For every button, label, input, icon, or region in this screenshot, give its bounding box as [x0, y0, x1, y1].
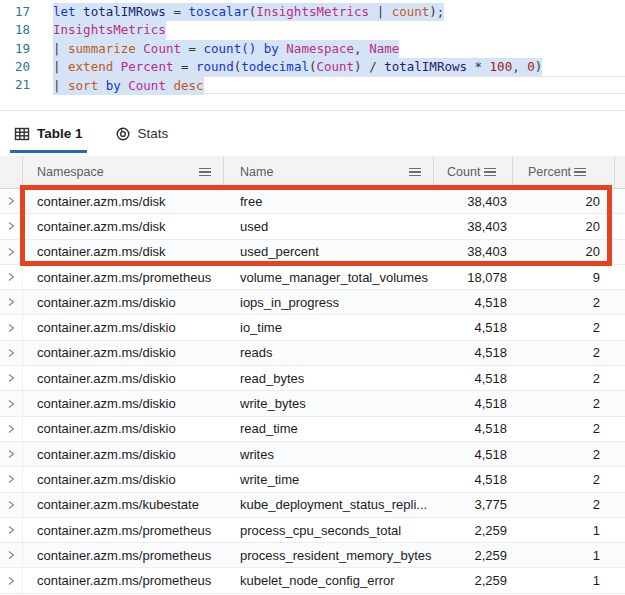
name-cell: read_bytes — [224, 371, 434, 386]
namespace-column-menu-icon[interactable] — [199, 166, 211, 179]
table-row[interactable]: container.azm.ms/kubestatekube_deploymen… — [0, 493, 625, 518]
chevron-right-icon[interactable] — [0, 518, 23, 542]
percent-cell: 20 — [513, 219, 615, 234]
name-cell: io_time — [224, 320, 434, 335]
count-cell: 38,403 — [434, 219, 513, 234]
results-tab-bar: Table 1 Stats — [0, 111, 625, 156]
column-header-percent-label: Percent — [528, 165, 571, 179]
code-text[interactable]: | summarize Count = count() by Namespace… — [53, 40, 625, 58]
donut-chart-icon — [115, 126, 131, 142]
line-number: 21 — [0, 76, 30, 94]
chevron-right-icon[interactable] — [0, 543, 23, 567]
table-row[interactable]: container.azm.ms/prometheusvolume_manage… — [0, 265, 625, 290]
tab-stats[interactable]: Stats — [113, 111, 171, 156]
chevron-right-icon[interactable] — [0, 493, 23, 517]
column-header-namespace[interactable]: Namespace — [23, 156, 224, 188]
table-row[interactable]: container.azm.ms/prometheusprocess_cpu_s… — [0, 518, 625, 543]
grid-header-row: Namespace Name Count Percent — [0, 156, 625, 189]
code-text[interactable]: | extend Percent = round(todecimal(Count… — [53, 58, 625, 76]
chevron-right-icon[interactable] — [0, 366, 23, 390]
count-column-menu-icon[interactable] — [484, 166, 496, 179]
chevron-right-icon[interactable] — [0, 265, 23, 289]
namespace-cell: container.azm.ms/prometheus — [23, 548, 224, 563]
name-cell: kube_deployment_status_repli... — [224, 497, 434, 512]
code-line-21[interactable]: 21| sort by Count desc — [0, 76, 625, 94]
chevron-right-icon[interactable] — [0, 214, 23, 238]
table-row[interactable]: container.azm.ms/diskiowrite_time4,5182 — [0, 467, 625, 492]
namespace-cell: container.azm.ms/prometheus — [23, 270, 224, 285]
name-cell: writes — [224, 447, 434, 462]
percent-cell: 9 — [513, 270, 615, 285]
percent-cell: 1 — [513, 548, 615, 563]
table-row[interactable]: container.azm.ms/diskiowrites4,5182 — [0, 442, 625, 467]
results-grid: Namespace Name Count Percent container.a… — [0, 156, 625, 594]
code-line-19[interactable]: 19| summarize Count = count() by Namespa… — [0, 40, 625, 58]
name-cell: process_cpu_seconds_total — [224, 523, 434, 538]
table-row[interactable]: container.azm.ms/diskioread_time4,5182 — [0, 417, 625, 442]
name-cell: write_time — [224, 472, 434, 487]
code-text[interactable]: | sort by Count desc — [53, 76, 625, 94]
column-header-name-label: Name — [240, 165, 273, 179]
namespace-cell: container.azm.ms/diskio — [23, 421, 224, 436]
chevron-right-icon[interactable] — [0, 240, 23, 264]
chevron-right-icon[interactable] — [0, 315, 23, 339]
percent-cell: 2 — [513, 295, 615, 310]
table-row[interactable]: container.azm.ms/diskioiops_in_progress4… — [0, 290, 625, 315]
name-cell: kubelet_node_config_error — [224, 573, 434, 588]
code-line-17[interactable]: 17let totalIMRows = toscalar(InsightsMet… — [0, 3, 625, 21]
count-cell: 3,775 — [434, 497, 513, 512]
namespace-cell: container.azm.ms/diskio — [23, 371, 224, 386]
name-cell: used_percent — [224, 244, 434, 259]
namespace-cell: container.azm.ms/prometheus — [23, 573, 224, 588]
table-row[interactable]: container.azm.ms/diskioread_bytes4,5182 — [0, 366, 625, 391]
count-cell: 4,518 — [434, 295, 513, 310]
chevron-right-icon[interactable] — [0, 290, 23, 314]
name-cell: iops_in_progress — [224, 295, 434, 310]
chevron-right-icon[interactable] — [0, 568, 23, 592]
count-cell: 38,403 — [434, 244, 513, 259]
column-header-percent[interactable]: Percent — [513, 156, 615, 188]
percent-cell: 2 — [513, 396, 615, 411]
tab-stats-label: Stats — [138, 126, 169, 141]
count-cell: 4,518 — [434, 371, 513, 386]
header-spacer — [615, 156, 625, 188]
name-column-menu-icon[interactable] — [409, 166, 421, 179]
name-cell: process_resident_memory_bytes — [224, 548, 434, 563]
chevron-right-icon[interactable] — [0, 189, 23, 213]
table-row[interactable]: container.azm.ms/diskioio_time4,5182 — [0, 315, 625, 340]
code-line-18[interactable]: 18InsightsMetrics — [0, 21, 625, 39]
column-header-name[interactable]: Name — [224, 156, 434, 188]
name-cell: write_bytes — [224, 396, 434, 411]
table-row[interactable]: container.azm.ms/diskused38,40320 — [0, 214, 625, 239]
chevron-right-icon[interactable] — [0, 391, 23, 415]
count-cell: 4,518 — [434, 396, 513, 411]
column-header-count[interactable]: Count — [434, 156, 513, 188]
tab-table-1[interactable]: Table 1 — [12, 111, 85, 156]
namespace-cell: container.azm.ms/disk — [23, 244, 224, 259]
count-cell: 4,518 — [434, 447, 513, 462]
tab-table-1-label: Table 1 — [37, 126, 83, 141]
namespace-cell: container.azm.ms/diskio — [23, 472, 224, 487]
chevron-right-icon[interactable] — [0, 341, 23, 365]
count-cell: 2,259 — [434, 548, 513, 563]
table-row[interactable]: container.azm.ms/diskused_percent38,4032… — [0, 240, 625, 265]
query-editor[interactable]: 17let totalIMRows = toscalar(InsightsMet… — [0, 0, 625, 111]
chevron-right-icon[interactable] — [0, 467, 23, 491]
percent-cell: 2 — [513, 371, 615, 386]
code-text[interactable]: let totalIMRows = toscalar(InsightsMetri… — [53, 3, 625, 21]
chevron-right-icon[interactable] — [0, 417, 23, 441]
percent-column-menu-icon[interactable] — [574, 166, 586, 179]
table-row[interactable]: container.azm.ms/prometheuskubelet_node_… — [0, 568, 625, 593]
namespace-cell: container.azm.ms/kubestate — [23, 497, 224, 512]
table-row[interactable]: container.azm.ms/prometheusprocess_resid… — [0, 543, 625, 568]
table-row[interactable]: container.azm.ms/diskfree38,40320 — [0, 189, 625, 214]
chevron-right-icon[interactable] — [0, 442, 23, 466]
name-cell: read_time — [224, 421, 434, 436]
table-row[interactable]: container.azm.ms/diskioreads4,5182 — [0, 341, 625, 366]
line-number: 19 — [0, 40, 30, 58]
table-row[interactable]: container.azm.ms/diskiowrite_bytes4,5182 — [0, 391, 625, 416]
percent-cell: 2 — [513, 320, 615, 335]
code-line-20[interactable]: 20| extend Percent = round(todecimal(Cou… — [0, 58, 625, 76]
code-text[interactable]: InsightsMetrics — [53, 21, 625, 39]
count-cell: 38,403 — [434, 194, 513, 209]
